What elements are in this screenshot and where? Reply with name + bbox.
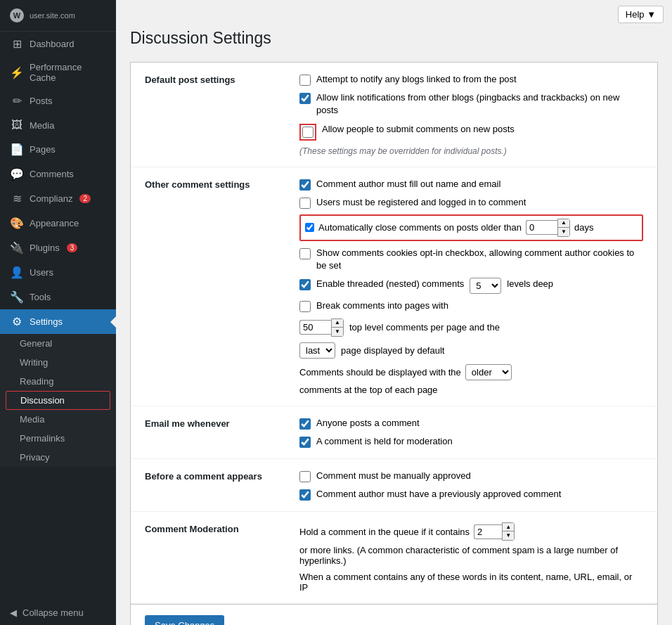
save-row: Save Changes xyxy=(131,604,657,625)
show-cookies-checkbox[interactable] xyxy=(299,248,311,259)
sidebar-item-media-sub[interactable]: Media xyxy=(0,410,116,429)
other-comment-content: Comment author must fill out name and em… xyxy=(299,178,643,395)
mod-links-decrement[interactable]: ▼ xyxy=(503,531,514,540)
moderation-links-row: Hold a comment in the queue if it contai… xyxy=(299,522,643,566)
main-content: Help ▼ Discussion Settings Default post … xyxy=(116,0,672,625)
show-cookies-row: Show comments cookies opt-in checkbox, a… xyxy=(299,247,643,272)
moderation-text2: or more links. (A common characteristic … xyxy=(299,545,643,566)
sidebar-item-appearance[interactable]: 🎨 Appearance xyxy=(0,211,116,236)
before-comment-content: Comment must be manually approved Commen… xyxy=(299,470,643,501)
days-spinner[interactable]: ▲ ▼ xyxy=(526,219,570,237)
sidebar-item-performance-cache[interactable]: ⚡ Performance Cache xyxy=(0,56,116,89)
display-order-prefix: Comments should be displayed with the xyxy=(299,367,461,378)
mod-links-spinner[interactable]: ▲ ▼ xyxy=(474,522,515,541)
performance-icon: ⚡ xyxy=(10,66,24,79)
allow-pingbacks-checkbox[interactable] xyxy=(299,93,311,104)
mod-links-input[interactable] xyxy=(474,524,502,539)
threaded-checkbox[interactable] xyxy=(299,279,311,290)
days-decrement[interactable]: ▼ xyxy=(558,228,569,236)
sidebar-item-reading[interactable]: Reading xyxy=(0,372,116,391)
sidebar-item-discussion[interactable]: Discussion xyxy=(6,391,110,410)
sidebar-item-posts[interactable]: ✏ Posts xyxy=(0,89,116,113)
display-order-select[interactable]: older newer xyxy=(465,364,512,380)
sidebar-item-users[interactable]: 👤 Users xyxy=(0,260,116,285)
levels-deep-label: levels deep xyxy=(507,278,553,290)
sidebar-item-pages[interactable]: 📄 Pages xyxy=(0,137,116,162)
comment-moderation-label: Comment Moderation xyxy=(145,522,285,534)
default-post-label: Default post settings xyxy=(145,73,285,85)
plugins-badge: 3 xyxy=(67,243,78,252)
previously-approved-checkbox[interactable] xyxy=(299,489,311,501)
settings-submenu: General Writing Reading Discussion Media… xyxy=(0,334,116,467)
sidebar-label-plugins: Plugins xyxy=(30,243,60,253)
sidebar-item-tools[interactable]: 🔧 Tools xyxy=(0,285,116,309)
sidebar-item-complianz[interactable]: ≋ Complianz 2 xyxy=(0,186,116,211)
collapse-label: Collapse menu xyxy=(22,607,84,618)
top-level-spinner[interactable]: ▲ ▼ xyxy=(299,318,344,337)
allow-comments-row: Allow people to submit comments on new p… xyxy=(299,123,643,141)
top-level-row: ▲ ▼ top level comments per page and the xyxy=(299,318,643,337)
previously-approved-label: Comment author must have a previously ap… xyxy=(316,488,561,501)
moderation-text3: When a comment contains any of these wor… xyxy=(299,572,643,593)
break-pages-checkbox[interactable] xyxy=(299,301,311,312)
sidebar-item-permalinks[interactable]: Permalinks xyxy=(0,429,116,448)
manually-approved-checkbox[interactable] xyxy=(299,471,311,482)
moderation-text1: Hold a comment in the queue if it contai… xyxy=(299,527,470,537)
days-increment[interactable]: ▲ xyxy=(558,219,569,228)
sidebar-item-writing[interactable]: Writing xyxy=(0,353,116,372)
held-moderation-label: A comment is held for moderation xyxy=(316,435,453,448)
posts-icon: ✏ xyxy=(10,94,24,108)
page-order-select[interactable]: last first xyxy=(299,342,335,359)
users-icon: 👤 xyxy=(10,266,24,279)
collapse-menu-button[interactable]: ◀ Collapse menu xyxy=(0,600,116,625)
top-level-label: top level comments per page and the xyxy=(349,322,500,333)
sidebar-item-settings[interactable]: ⚙ Settings xyxy=(0,309,116,334)
content-area: Discussion Settings Default post setting… xyxy=(116,29,672,625)
help-button[interactable]: Help ▼ xyxy=(618,6,664,23)
auto-close-checkbox[interactable] xyxy=(305,223,314,232)
author-name-checkbox[interactable] xyxy=(299,179,311,191)
display-order-suffix: comments at the top of each page xyxy=(299,385,438,395)
topbar: Help ▼ xyxy=(116,0,672,29)
held-moderation-checkbox[interactable] xyxy=(299,437,311,448)
site-name: user.site.com xyxy=(30,11,75,20)
complianz-badge: 2 xyxy=(79,194,91,203)
sidebar-label-pages: Pages xyxy=(30,144,56,155)
sidebar-item-plugins[interactable]: 🔌 Plugins 3 xyxy=(0,236,116,260)
level-select[interactable]: 5 1234 678910 xyxy=(470,278,501,294)
sidebar-label-tools: Tools xyxy=(30,292,51,302)
sidebar-item-media[interactable]: 🖼 Media xyxy=(0,113,116,137)
sidebar-item-general[interactable]: General xyxy=(0,334,116,353)
days-input[interactable] xyxy=(526,220,557,235)
top-level-decrement[interactable]: ▼ xyxy=(332,328,343,336)
top-level-input[interactable] xyxy=(299,320,331,335)
break-pages-label: Break comments into pages with xyxy=(316,299,448,312)
notify-blogs-checkbox[interactable] xyxy=(299,75,311,86)
sidebar-item-comments[interactable]: 💬 Comments xyxy=(0,162,116,186)
threaded-label: Enable threaded (nested) comments xyxy=(316,278,464,290)
show-cookies-label: Show comments cookies opt-in checkbox, a… xyxy=(316,247,643,272)
anyone-posts-row: Anyone posts a comment xyxy=(299,417,643,430)
comment-moderation-row: Comment Moderation Hold a comment in the… xyxy=(131,512,657,604)
notify-blogs-label: Attempt to notify any blogs linked to fr… xyxy=(316,73,517,86)
threaded-row: Enable threaded (nested) comments 5 1234… xyxy=(299,278,643,294)
author-name-row: Comment author must fill out name and em… xyxy=(299,178,643,191)
anyone-posts-label: Anyone posts a comment xyxy=(316,417,420,430)
anyone-posts-checkbox[interactable] xyxy=(299,418,311,430)
mod-links-buttons: ▲ ▼ xyxy=(502,522,515,541)
sidebar-item-dashboard[interactable]: ⊞ Dashboard xyxy=(0,32,116,56)
days-label: days xyxy=(574,222,593,233)
mod-links-increment[interactable]: ▲ xyxy=(503,523,514,531)
registered-checkbox[interactable] xyxy=(299,198,311,209)
sidebar-item-privacy[interactable]: Privacy xyxy=(0,448,116,467)
page-order-label: page displayed by default xyxy=(341,345,444,356)
manually-approved-row: Comment must be manually approved xyxy=(299,470,643,482)
allow-comments-checkbox[interactable] xyxy=(302,127,314,138)
top-level-increment[interactable]: ▲ xyxy=(332,319,343,328)
held-moderation-row: A comment is held for moderation xyxy=(299,435,643,448)
allow-pingbacks-row: Allow link notifications from other blog… xyxy=(299,91,643,117)
save-button[interactable]: Save Changes xyxy=(145,615,224,625)
sidebar-label-posts: Posts xyxy=(30,96,53,106)
sidebar-label-dashboard: Dashboard xyxy=(30,39,75,49)
auto-close-label: Automatically close comments on posts ol… xyxy=(318,222,522,233)
